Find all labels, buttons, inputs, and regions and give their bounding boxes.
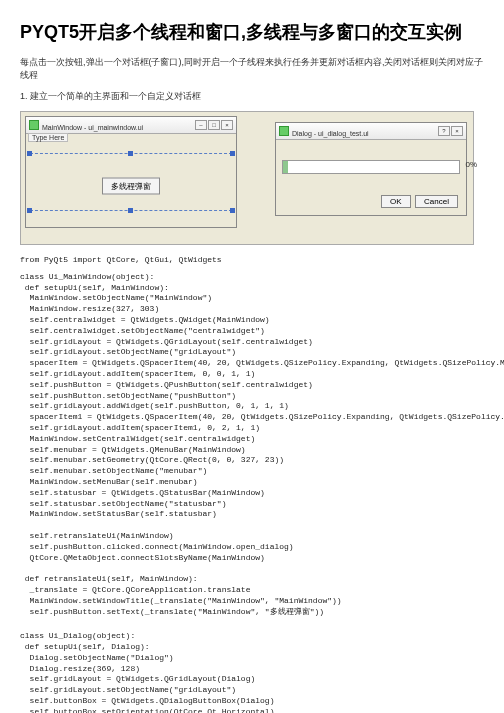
- qt-icon: [279, 126, 289, 136]
- window-controls: ?×: [437, 126, 463, 136]
- minimize-icon[interactable]: –: [195, 120, 207, 130]
- progress-percent: 0%: [465, 160, 477, 169]
- dialog-title: Dialog - ui_dialog_test.ui: [292, 130, 369, 137]
- ok-button[interactable]: OK: [381, 195, 411, 208]
- maximize-icon[interactable]: □: [208, 120, 220, 130]
- code-mainwindow-class: class Ui_MainWindow(object): def setupUi…: [20, 272, 484, 618]
- layout-handles-top: [30, 153, 232, 154]
- dialog-window: Dialog - ui_dialog_test.ui ?× 0% OK Canc…: [275, 122, 467, 216]
- screenshot-area: MainWindow - ui_mainwindow.ui –□× Type H…: [20, 111, 474, 245]
- window-controls: –□×: [194, 120, 233, 130]
- code-dialog-class: class Ui_Dialog(object): def setupUi(sel…: [20, 631, 484, 713]
- section-heading: 1. 建立一个简单的主界面和一个自定义对话框: [20, 90, 484, 103]
- close-icon[interactable]: ×: [221, 120, 233, 130]
- progress-bar: 0%: [282, 160, 460, 174]
- main-window-title: MainWindow - ui_mainwindow.ui: [42, 124, 143, 131]
- cancel-button[interactable]: Cancel: [415, 195, 458, 208]
- qt-icon: [29, 120, 39, 130]
- progress-fill: [283, 161, 288, 173]
- code-import: from PyQt5 import QtCore, QtGui, QtWidge…: [20, 255, 484, 266]
- close-icon[interactable]: ×: [451, 126, 463, 136]
- page-title: PYQT5开启多个线程和窗口,多线程与多窗口的交互实例: [20, 20, 484, 44]
- layout-handles-bottom: [30, 210, 232, 211]
- main-window: MainWindow - ui_mainwindow.ui –□× Type H…: [25, 116, 237, 228]
- dialog-titlebar: Dialog - ui_dialog_test.ui ?×: [276, 123, 466, 140]
- multithread-popup-button[interactable]: 多线程弹窗: [102, 177, 160, 194]
- description-text: 每点击一次按钮,弹出一个对话框(子窗口),同时开启一个子线程来执行任务并更新对话…: [20, 56, 484, 82]
- main-window-titlebar: MainWindow - ui_mainwindow.ui –□×: [26, 117, 236, 134]
- help-icon[interactable]: ?: [438, 126, 450, 136]
